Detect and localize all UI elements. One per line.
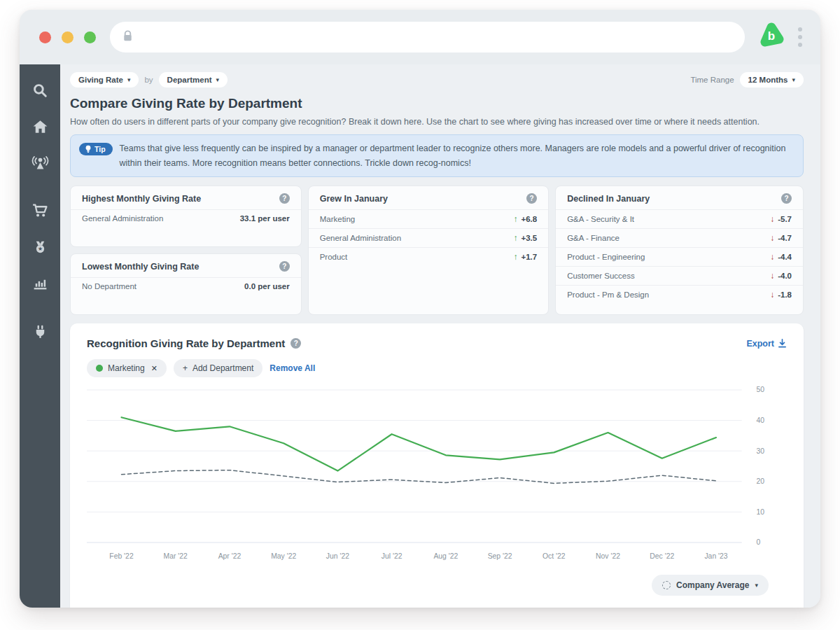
export-label: Export bbox=[746, 339, 774, 349]
series-chip-label: Marketing bbox=[108, 363, 145, 373]
dimension-dropdown-label: Department bbox=[167, 76, 212, 84]
series-chip-marketing[interactable]: Marketing ✕ bbox=[87, 359, 167, 377]
tip-badge-label: Tip bbox=[94, 145, 106, 153]
close-window-button[interactable] bbox=[39, 31, 51, 43]
line-chart[interactable]: 01020304050Feb '22Mar '22Apr '22May '22J… bbox=[87, 382, 787, 565]
browser-menu-icon[interactable] bbox=[795, 24, 805, 50]
maximize-window-button[interactable] bbox=[84, 31, 96, 43]
table-row: No Department 0.0 per user bbox=[71, 277, 301, 295]
row-label: Marketing bbox=[320, 215, 356, 223]
row-value: -1.8 bbox=[778, 290, 792, 299]
row-value: -5.7 bbox=[778, 215, 792, 223]
x-tick-label: Nov '22 bbox=[596, 552, 620, 560]
main-content: Giving Rate ▾ by Department ▾ Time Range… bbox=[60, 64, 820, 608]
x-tick-label: Jun '22 bbox=[326, 552, 349, 560]
x-tick-label: Apr '22 bbox=[218, 552, 241, 560]
table-row: G&A - Security & It ↓-5.7 bbox=[556, 209, 803, 228]
export-button[interactable]: Export bbox=[746, 339, 787, 349]
recognition-icon[interactable] bbox=[31, 154, 49, 172]
trend-up-icon: ↑ bbox=[513, 252, 517, 262]
chevron-down-icon: ▾ bbox=[216, 76, 220, 83]
x-tick-label: Jan '23 bbox=[704, 552, 727, 560]
x-tick-label: Oct '22 bbox=[542, 552, 566, 560]
chevron-down-icon: ▾ bbox=[755, 582, 758, 589]
row-value: -4.4 bbox=[778, 253, 792, 261]
x-tick-label: Mar '22 bbox=[164, 552, 188, 560]
row-label: No Department bbox=[82, 282, 136, 290]
lock-icon bbox=[121, 29, 134, 46]
awards-medal-icon[interactable]: ★ bbox=[31, 238, 49, 256]
page-description: How often do users in different parts of… bbox=[70, 117, 804, 127]
metric-dropdown[interactable]: Giving Rate ▾ bbox=[70, 72, 139, 88]
help-icon[interactable]: ? bbox=[526, 193, 537, 204]
shop-cart-icon[interactable] bbox=[31, 202, 49, 220]
chevron-down-icon: ▾ bbox=[127, 76, 131, 83]
close-icon[interactable]: ✕ bbox=[151, 364, 158, 373]
bonusly-logo: b bbox=[757, 22, 785, 52]
y-tick-label: 10 bbox=[756, 508, 764, 516]
trend-down-icon: ↓ bbox=[770, 252, 774, 262]
add-department-label: Add Department bbox=[192, 363, 253, 373]
page-title: Compare Giving Rate by Department bbox=[70, 96, 804, 111]
time-range-dropdown[interactable]: 12 Months ▾ bbox=[740, 72, 804, 88]
window-controls bbox=[39, 31, 96, 43]
company-average-toggle[interactable]: Company Average ▾ bbox=[652, 575, 769, 596]
chevron-down-icon: ▾ bbox=[792, 76, 795, 83]
plus-icon: + bbox=[183, 363, 188, 373]
x-tick-label: Jul '22 bbox=[382, 552, 402, 560]
row-label: General Administration bbox=[82, 214, 163, 223]
svg-text:b: b bbox=[768, 29, 775, 43]
address-bar[interactable] bbox=[110, 22, 745, 52]
dashed-line-icon bbox=[662, 581, 671, 589]
help-icon[interactable]: ? bbox=[279, 261, 290, 272]
time-range-value: 12 Months bbox=[748, 76, 788, 84]
y-tick-label: 20 bbox=[756, 478, 764, 486]
row-label: Customer Success bbox=[567, 272, 635, 280]
trend-down-icon: ↓ bbox=[770, 214, 774, 224]
company-average-label: Company Average bbox=[676, 580, 749, 590]
home-icon[interactable] bbox=[31, 118, 49, 136]
help-icon[interactable]: ? bbox=[279, 193, 290, 204]
app-sidebar: ★ bbox=[20, 64, 60, 608]
row-label: G&A - Finance bbox=[567, 234, 620, 242]
table-row: Product - Pm & Design ↓-1.8 bbox=[556, 285, 803, 304]
x-tick-label: Feb '22 bbox=[109, 552, 134, 560]
search-icon[interactable] bbox=[31, 81, 49, 99]
row-label: G&A - Security & It bbox=[567, 215, 634, 223]
integrations-plug-icon[interactable] bbox=[31, 322, 49, 340]
card-title: Declined In January bbox=[567, 194, 650, 204]
tip-badge: Tip bbox=[79, 143, 113, 155]
remove-all-button[interactable]: Remove All bbox=[270, 363, 315, 373]
card-title: Grew In January bbox=[320, 194, 388, 204]
card-title: Lowest Monthly Giving Rate bbox=[82, 262, 199, 272]
metric-dropdown-label: Giving Rate bbox=[78, 76, 123, 84]
row-label: Product - Engineering bbox=[567, 253, 645, 261]
y-tick-label: 30 bbox=[756, 447, 764, 455]
svg-text:★: ★ bbox=[38, 246, 43, 252]
tip-banner: Tip Teams that give less frequently can … bbox=[70, 134, 804, 177]
table-row: General Administration 33.1 per user bbox=[71, 209, 301, 227]
row-label: General Administration bbox=[320, 234, 401, 242]
table-row: Product ↑+1.7 bbox=[309, 247, 548, 266]
series-line-marketing[interactable] bbox=[122, 417, 717, 470]
lightbulb-icon bbox=[85, 145, 92, 153]
trend-down-icon: ↓ bbox=[770, 290, 774, 300]
giving-rate-chart-svg[interactable]: 01020304050Feb '22Mar '22Apr '22May '22J… bbox=[87, 382, 787, 565]
table-row: Marketing ↑+6.8 bbox=[309, 209, 548, 228]
trend-up-icon: ↑ bbox=[513, 214, 517, 224]
analytics-chart-icon[interactable] bbox=[31, 274, 49, 293]
trend-down-icon: ↓ bbox=[770, 233, 774, 243]
minimize-window-button[interactable] bbox=[62, 31, 74, 43]
dimension-dropdown[interactable]: Department ▾ bbox=[159, 72, 227, 88]
add-department-button[interactable]: + Add Department bbox=[174, 359, 262, 377]
row-value: +1.7 bbox=[521, 253, 537, 261]
help-icon[interactable]: ? bbox=[781, 193, 792, 204]
x-tick-label: Sep '22 bbox=[488, 552, 512, 560]
tip-text: Teams that give less frequently can be i… bbox=[120, 141, 794, 170]
x-tick-label: Aug '22 bbox=[433, 552, 458, 560]
help-icon[interactable]: ? bbox=[290, 338, 301, 349]
by-label: by bbox=[144, 76, 153, 84]
row-label: Product bbox=[320, 253, 348, 261]
grew-card: Grew In January ? Marketing ↑+6.8 Genera… bbox=[308, 186, 549, 315]
download-icon bbox=[778, 339, 787, 348]
